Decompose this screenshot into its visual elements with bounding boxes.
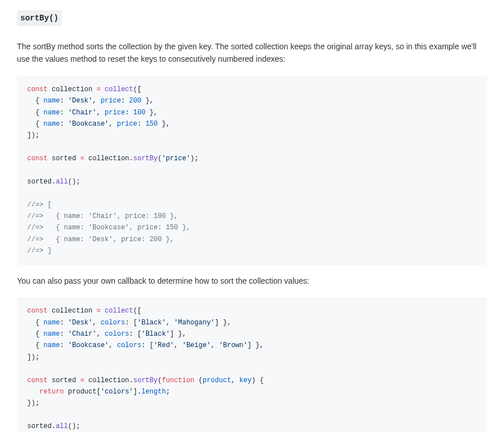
code-token: (); [68,178,80,186]
code-token: colors [101,319,125,327]
code-token: : [60,120,68,128]
code-token: name [44,120,60,128]
code-token: 'Desk' [68,97,92,105]
code-token: name [44,97,60,105]
code-token: key [240,377,252,384]
code-token [101,307,105,315]
code-token: , [92,97,100,105]
code-token: ]); [27,131,40,139]
code-token: = [96,307,100,315]
code-token: all [55,422,68,430]
code-token: { [27,109,44,117]
code-token: ( [157,377,161,384]
code-token: sorted [48,377,80,384]
code-token: colors [117,341,141,349]
code-token: { [27,120,44,128]
code-token: ] }, [170,330,186,338]
code-token: : [ [142,341,154,349]
code-token: ); [190,155,198,162]
code-token: ([ [133,307,141,315]
code-token: , [92,319,100,327]
code-token: = [80,155,84,162]
code-token: 150 [146,120,158,128]
code-token: sorted [48,155,80,162]
code-token: ) { [251,377,264,384]
description-2: You can also pass your own callback to d… [17,275,487,288]
doc-container: sortBy() The sortBy method sorts the col… [0,0,504,432]
code-token: , [174,341,182,349]
code-example-2: const collection = collect([ { name: 'De… [17,297,487,432]
code-token: , [96,330,104,338]
code-token: length [142,388,166,396]
code-token: name [44,341,60,349]
code-token: ] }, [247,341,264,349]
code-token: 'price' [162,155,190,162]
code-token: all [55,178,68,186]
code-token: : [137,120,145,128]
code-token: }, [142,97,154,105]
code-token: name [44,319,60,327]
code-token: : [60,319,68,327]
code-token: 100 [133,109,146,117]
code-token: //=> { name: 'Bookcase', price: 150 }, [27,224,190,232]
code-token: = [80,377,84,384]
code-token: 'Bookcase' [68,120,109,128]
code-token: sorted. [27,422,55,430]
code-token: ] }, [215,319,231,327]
code-token: = [96,85,100,93]
code-token: 'colors' [101,388,134,396]
code-token: { [27,319,44,327]
code-token: 'Chair' [68,109,96,117]
code-token: collect [105,85,133,93]
code-token: product[ [64,388,101,396]
code-token: name [44,330,60,338]
code-token: //=> ] [27,247,52,255]
code-token: collection. [84,377,133,384]
code-token: }, [146,109,158,117]
code-token: , [109,341,117,349]
code-token: const [27,377,48,384]
code-token: 'Chair' [68,330,96,338]
code-token: , [231,377,239,384]
code-token: price [105,109,125,117]
code-token: , [96,109,104,117]
code-token: 200 [129,97,142,105]
code-token: : [ [129,330,142,338]
code-token: { [27,97,44,105]
code-token: (); [68,422,80,430]
code-token: price [117,120,137,128]
code-token: //=> { name: 'Chair', price: 100 }, [27,212,178,220]
code-token: const [27,155,48,162]
code-token: ( [194,377,202,384]
code-token: { [27,330,44,338]
code-token: }, [157,120,170,128]
code-token: const [27,307,48,315]
code-token: price [101,97,121,105]
code-token: const [27,85,48,93]
code-token: , [166,319,174,327]
code-token: //=> { name: 'Desk', price: 200 }, [27,236,174,243]
code-token [101,85,105,93]
code-token: : [121,97,129,105]
code-token: 'Red' [153,341,174,349]
code-token: 'Black' [137,319,165,327]
code-token: , [109,120,117,128]
code-token: collection [48,85,96,93]
code-token: : [ [125,319,138,327]
code-token: : [60,97,68,105]
code-token: product [203,377,231,384]
code-token: 'Bookcase' [68,341,109,349]
code-token: ([ [133,85,141,93]
code-token: , [211,341,219,349]
code-token: : [125,109,133,117]
code-token: ]); [27,353,40,361]
code-token: 'Desk' [68,319,92,327]
description-1: The sortBy method sorts the collection b… [17,41,487,65]
code-token: ]. [133,388,141,396]
code-token: sortBy [133,155,157,162]
code-token: : [60,330,68,338]
code-example-1: const collection = collect([ { name: 'De… [17,76,487,265]
code-token: sorted. [27,178,55,186]
code-token: name [44,109,60,117]
code-token: : [60,341,68,349]
